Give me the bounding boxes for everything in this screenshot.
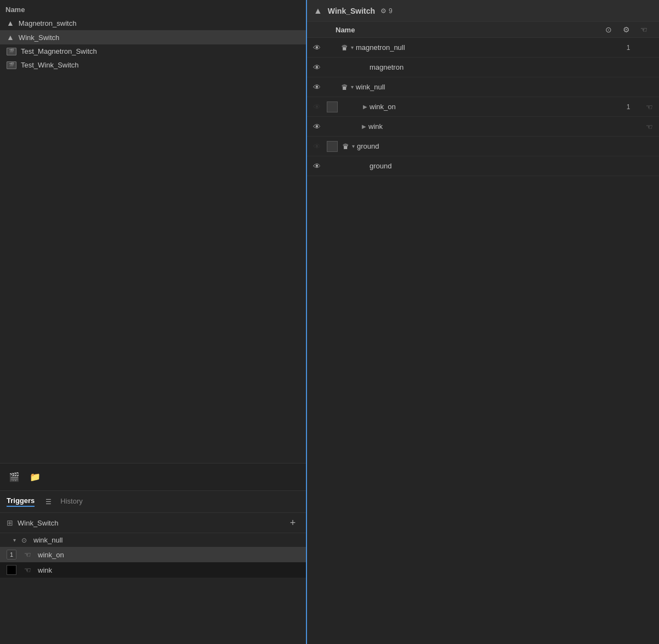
tree-row-label: wink bbox=[368, 122, 617, 131]
col-icon-eye: ⊙ bbox=[602, 25, 615, 34]
right-panel: ▲ Wink_Switch ⚙ 9 Name ⊙ ⚙ ☜ 👁 ♛ ▾ bbox=[307, 0, 659, 644]
trigger-item-wink[interactable]: ☜ wink bbox=[0, 562, 306, 578]
hand-icon: ☜ bbox=[24, 566, 31, 574]
right-header: ▲ Wink_Switch ⚙ 9 bbox=[307, 0, 659, 22]
chevron-icon: ▶ bbox=[362, 123, 366, 129]
tree-row-wink_on[interactable]: 👁 ▶ wink_on 1 ☜ bbox=[307, 97, 659, 117]
eye-icon[interactable]: 👁 bbox=[307, 142, 327, 151]
film-icon: 🎬 bbox=[9, 472, 20, 482]
tree-row-wink_null[interactable]: 👁 ♛ ▾ wink_null bbox=[307, 77, 659, 97]
tree-row-ground[interactable]: 👁 ground bbox=[307, 156, 659, 176]
scene-list-header: Name bbox=[0, 3, 306, 16]
tree-row-ground_null[interactable]: 👁 ♛ ▾ ground bbox=[307, 137, 659, 156]
tree-row-label: wink_on bbox=[370, 103, 617, 111]
hand-icon: ☜ bbox=[639, 103, 659, 111]
eye-icon[interactable]: 👁 bbox=[307, 63, 327, 72]
add-trigger-button[interactable]: + bbox=[286, 516, 299, 529]
scene-item-wink_switch[interactable]: ▲Wink_Switch bbox=[0, 30, 306, 44]
trigger-item-label: wink_on bbox=[38, 551, 64, 559]
triggers-menu-icon[interactable]: ☰ bbox=[46, 498, 52, 506]
col-icon-gear: ⚙ bbox=[620, 25, 633, 34]
tree-row-label: ground bbox=[357, 142, 617, 150]
hand-icon: ☜ bbox=[24, 550, 31, 559]
tree-row-magnetron_null[interactable]: 👁 ♛ ▾ magnetron_null 1 bbox=[307, 38, 659, 58]
col-header-name: Name bbox=[327, 26, 602, 34]
row-num: 1 bbox=[617, 103, 639, 111]
new-scene-button[interactable]: 🎬 bbox=[7, 470, 22, 485]
right-tree: 👁 ♛ ▾ magnetron_null 1 👁 magnetron 👁 ♛ bbox=[307, 38, 659, 644]
tree-row-label: wink_null bbox=[356, 83, 617, 91]
right-header-gear-number: 9 bbox=[389, 7, 393, 15]
person-icon: ▲ bbox=[7, 33, 14, 42]
tree-row-label: magnetron bbox=[370, 63, 617, 71]
crown-icon: ♛ bbox=[339, 142, 352, 151]
chevron-icon: ▾ bbox=[352, 143, 355, 149]
tab-history[interactable]: History bbox=[60, 497, 82, 506]
eye-icon[interactable]: 👁 bbox=[307, 122, 327, 131]
tree-row-magnetron[interactable]: 👁 magnetron bbox=[307, 58, 659, 77]
chevron-icon: ▾ bbox=[351, 44, 354, 50]
trigger-item-wink_on[interactable]: 1 ☜ wink_on bbox=[0, 547, 306, 562]
triggers-object-row: ⊞ Wink_Switch + bbox=[0, 513, 306, 533]
crown-icon: ♛ bbox=[338, 83, 351, 92]
left-bottom-toolbar: 🎬 📁 bbox=[0, 463, 306, 490]
circle-nodes-icon: ⊙ bbox=[21, 536, 27, 544]
chevron-icon: ▾ bbox=[13, 537, 16, 543]
tree-row-wink[interactable]: 👁 ▶ wink ☜ bbox=[307, 117, 659, 137]
scene-item-magnetron_switch[interactable]: ▲Magnetron_switch bbox=[0, 16, 306, 30]
eye-icon[interactable]: 👁 bbox=[307, 83, 327, 92]
chevron-icon: ▶ bbox=[363, 104, 367, 110]
tab-triggers[interactable]: Triggers bbox=[7, 496, 35, 507]
tree-row-label: ground bbox=[370, 162, 617, 170]
triggers-object-name: Wink_Switch bbox=[18, 519, 282, 527]
scene-item-test_magnetron_switch[interactable]: 🎬Test_Magnetron_Switch bbox=[0, 44, 306, 58]
scene-list: Name ▲Magnetron_switch▲Wink_Switch🎬Test_… bbox=[0, 0, 306, 463]
col-header-icons: ⊙ ⚙ ☜ bbox=[602, 25, 659, 34]
black-square bbox=[7, 565, 16, 575]
scene-item-label: Wink_Switch bbox=[19, 33, 59, 42]
eye-icon[interactable]: 👁 bbox=[307, 43, 327, 52]
eye-icon[interactable]: 👁 bbox=[307, 162, 327, 171]
checkbox[interactable] bbox=[327, 141, 338, 152]
right-header-gear: ⚙ 9 bbox=[380, 7, 393, 15]
scene-item-label: Test_Wink_Switch bbox=[21, 61, 78, 69]
person-icon: ▲ bbox=[7, 19, 14, 27]
film-icon: 🎬 bbox=[7, 48, 16, 55]
eye-icon[interactable]: 👁 bbox=[307, 103, 327, 111]
triggers-header: Triggers ☰ History bbox=[0, 491, 306, 513]
checkbox[interactable] bbox=[327, 101, 338, 112]
left-panel: Name ▲Magnetron_switch▲Wink_Switch🎬Test_… bbox=[0, 0, 307, 644]
col-icon-hand: ☜ bbox=[637, 25, 650, 34]
scene-item-label: Magnetron_switch bbox=[19, 19, 77, 27]
crown-icon: ♛ bbox=[338, 43, 351, 52]
chevron-icon: ▾ bbox=[351, 84, 354, 90]
folder-button[interactable]: 📁 bbox=[27, 470, 43, 485]
triggers-panel: Triggers ☰ History ⊞ Wink_Switch + ▾ ⊙ w… bbox=[0, 490, 306, 644]
scene-item-label: Test_Magnetron_Switch bbox=[21, 47, 97, 55]
trigger-group-label: wink_null bbox=[33, 536, 63, 544]
folder-icon: 📁 bbox=[30, 472, 41, 482]
gear-icon: ⚙ bbox=[380, 7, 387, 15]
row-num: 1 bbox=[617, 44, 639, 52]
film-icon: 🎬 bbox=[7, 61, 16, 69]
tree-row-label: magnetron_null bbox=[356, 43, 617, 52]
trigger-group-wink_null[interactable]: ▾ ⊙ wink_null bbox=[0, 533, 306, 547]
trigger-item-label: wink bbox=[38, 566, 52, 574]
right-header-title: Wink_Switch bbox=[328, 7, 375, 15]
right-col-headers: Name ⊙ ⚙ ☜ bbox=[307, 22, 659, 38]
grid-icon: ⊞ bbox=[7, 518, 13, 527]
hand-icon: ☜ bbox=[639, 122, 659, 131]
scene-item-test_wink_switch[interactable]: 🎬Test_Wink_Switch bbox=[0, 58, 306, 72]
right-header-person-icon: ▲ bbox=[314, 6, 322, 16]
badge-1: 1 bbox=[7, 550, 16, 560]
